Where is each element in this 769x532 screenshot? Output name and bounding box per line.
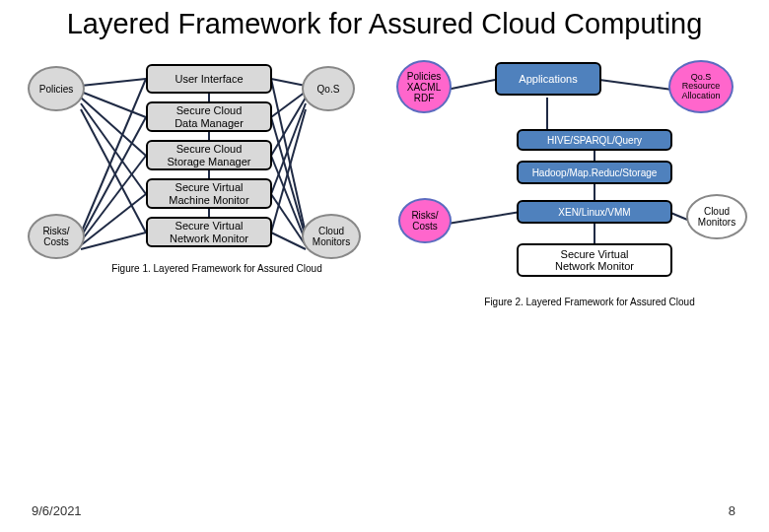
label: Risks/ Costs bbox=[42, 226, 69, 247]
fig1-qos-ellipse: Qo.S bbox=[302, 66, 355, 111]
svg-line-4 bbox=[81, 109, 146, 233]
svg-line-10 bbox=[271, 79, 306, 86]
svg-line-6 bbox=[81, 117, 146, 237]
fig2-risks-ellipse: Risks/ Costs bbox=[398, 198, 452, 243]
label: Hadoop/Map.Reduc/Storage bbox=[532, 167, 658, 179]
label: Policies bbox=[39, 84, 73, 95]
svg-line-16 bbox=[271, 117, 306, 237]
svg-line-25 bbox=[599, 80, 672, 90]
fig1-stack-0: User Interface bbox=[146, 64, 272, 94]
slide-title: Layered Framework for Assured Cloud Comp… bbox=[0, 0, 769, 44]
footer-date: 9/6/2021 bbox=[32, 503, 82, 518]
label: Policies XACML RDF bbox=[407, 71, 441, 103]
svg-line-13 bbox=[271, 103, 306, 194]
label: XEN/Linux/VMM bbox=[558, 207, 630, 219]
diagram-stage: Policies Risks/ Costs Qo.S Cloud Monitor… bbox=[0, 44, 769, 458]
label: Secure Cloud Storage Manager bbox=[168, 143, 251, 167]
svg-line-24 bbox=[447, 80, 495, 90]
svg-line-0 bbox=[81, 79, 146, 86]
label: Risks/ Costs bbox=[411, 210, 438, 232]
label: Qo.S Resource Allocation bbox=[681, 73, 720, 102]
fig1-policies-ellipse: Policies bbox=[28, 66, 85, 111]
label: Qo.S bbox=[317, 84, 340, 95]
fig1-stack-4: Secure Virtual Network Monitor bbox=[146, 217, 272, 247]
fig2-applications-box: Applications bbox=[495, 62, 601, 96]
fig1-stack-2: Secure Cloud Storage Manager bbox=[146, 140, 272, 170]
svg-line-9 bbox=[81, 233, 146, 249]
footer-page-number: 8 bbox=[729, 503, 735, 518]
fig2-stack-2: XEN/Linux/VMM bbox=[517, 200, 672, 224]
label: Cloud Monitors bbox=[313, 226, 350, 247]
svg-line-8 bbox=[81, 194, 146, 245]
svg-line-3 bbox=[81, 103, 146, 194]
label: Secure Virtual Machine Monitor bbox=[169, 181, 248, 206]
svg-line-19 bbox=[271, 233, 306, 249]
fig2-stack-1: Hadoop/Map.Reduc/Storage bbox=[517, 161, 672, 184]
label: User Interface bbox=[175, 73, 243, 86]
fig1-monitors-ellipse: Cloud Monitors bbox=[302, 214, 361, 259]
svg-line-14 bbox=[271, 109, 306, 233]
fig1-caption: Figure 1. Layered Framework for Assured … bbox=[89, 263, 345, 274]
svg-line-2 bbox=[81, 98, 146, 156]
fig1-stack-3: Secure Virtual Machine Monitor bbox=[146, 178, 272, 209]
label: Secure Virtual Network Monitor bbox=[555, 248, 634, 273]
label: HIVE/SPARQL/Query bbox=[547, 135, 642, 147]
fig1-risks-ellipse: Risks/ Costs bbox=[28, 214, 85, 259]
svg-line-17 bbox=[271, 156, 306, 241]
svg-line-15 bbox=[271, 79, 306, 233]
svg-line-18 bbox=[271, 194, 306, 245]
svg-line-7 bbox=[81, 156, 146, 241]
label: Cloud Monitors bbox=[698, 206, 735, 228]
fig2-stack-3: Secure Virtual Network Monitor bbox=[517, 243, 672, 277]
label: Secure Virtual Network Monitor bbox=[170, 220, 248, 244]
svg-line-12 bbox=[271, 98, 306, 156]
svg-line-1 bbox=[81, 92, 146, 117]
fig2-stack-0: HIVE/SPARQL/Query bbox=[517, 129, 672, 151]
fig2-qos-ellipse: Qo.S Resource Allocation bbox=[668, 60, 734, 113]
fig2-policies-ellipse: Policies XACML RDF bbox=[396, 60, 452, 113]
label: Applications bbox=[519, 73, 577, 86]
fig2-caption: Figure 2. Layered Framework for Assured … bbox=[461, 297, 718, 307]
fig2-monitors-ellipse: Cloud Monitors bbox=[686, 194, 747, 239]
label: Secure Cloud Data Manager bbox=[175, 104, 244, 129]
svg-line-11 bbox=[271, 92, 306, 117]
svg-line-5 bbox=[81, 79, 146, 233]
svg-line-30 bbox=[448, 212, 521, 224]
fig1-stack-1: Secure Cloud Data Manager bbox=[146, 101, 272, 132]
